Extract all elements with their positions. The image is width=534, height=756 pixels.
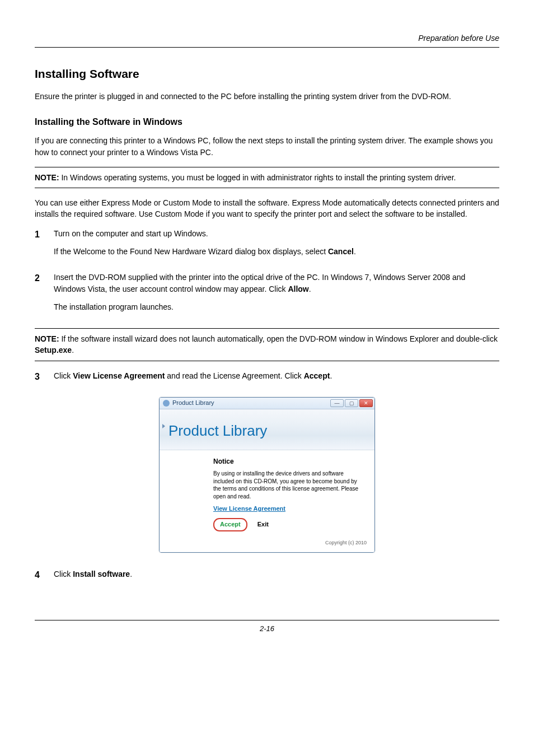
page-number: 2-16: [35, 620, 499, 634]
note-text: .: [72, 346, 74, 354]
installer-window: Product Library — ▢ ✕ Product Library No…: [159, 397, 375, 553]
step-text: Click Install software.: [54, 568, 499, 580]
step-2: 2 Insert the DVD-ROM supplied with the p…: [35, 272, 499, 319]
accept-button[interactable]: Accept: [213, 518, 247, 531]
step-number: 4: [35, 568, 44, 586]
maximize-button[interactable]: ▢: [345, 399, 358, 407]
step-text: If the Welcome to the Found New Hardware…: [54, 246, 499, 257]
step-4: 4 Click Install software.: [35, 568, 499, 586]
window-title: Product Library: [172, 399, 214, 408]
modes-paragraph: You can use either Express Mode or Custo…: [35, 197, 499, 220]
intro-paragraph: Ensure the printer is plugged in and con…: [35, 91, 499, 102]
note-text-bold: Setup.exe: [35, 346, 72, 354]
step-number: 1: [35, 228, 44, 264]
step-text: The installation program launches.: [54, 301, 499, 312]
note-label: NOTE:: [35, 173, 59, 182]
section-heading: Installing the Software in Windows: [35, 115, 499, 128]
step-3: 3 Click View License Agreement and read …: [35, 370, 499, 388]
page-title: Installing Software: [35, 66, 499, 82]
window-titlebar: Product Library — ▢ ✕: [160, 398, 374, 409]
step-text: Insert the DVD-ROM supplied with the pri…: [54, 272, 499, 295]
note-label: NOTE:: [35, 334, 59, 343]
app-icon: [163, 400, 170, 407]
step-text: Click View License Agreement and read th…: [54, 370, 499, 381]
minimize-button[interactable]: —: [330, 399, 344, 407]
window-banner: Product Library: [160, 409, 374, 450]
exit-button[interactable]: Exit: [257, 520, 269, 529]
step-number: 3: [35, 370, 44, 388]
notice-heading: Notice: [213, 457, 366, 466]
section-intro: If you are connecting this printer to a …: [35, 135, 499, 158]
banner-triangle-icon: [162, 424, 165, 428]
copyright-text: Copyright (c) 2010: [160, 536, 374, 552]
step-1: 1 Turn on the computer and start up Wind…: [35, 228, 499, 264]
notice-body: By using or installing the device driver…: [213, 470, 366, 500]
note-text: In Windows operating systems, you must b…: [59, 173, 456, 182]
note-block-1: NOTE: In Windows operating systems, you …: [35, 167, 499, 188]
banner-title: Product Library: [168, 421, 366, 442]
view-license-link[interactable]: View License Agreement: [213, 505, 285, 514]
step-text: Turn on the computer and start up Window…: [54, 228, 499, 239]
running-header: Preparation before Use: [35, 32, 499, 48]
step-number: 2: [35, 272, 44, 319]
close-button[interactable]: ✕: [359, 399, 373, 407]
note-block-2: NOTE: If the software install wizard doe…: [35, 328, 499, 361]
note-text: If the software install wizard does not …: [59, 334, 498, 343]
